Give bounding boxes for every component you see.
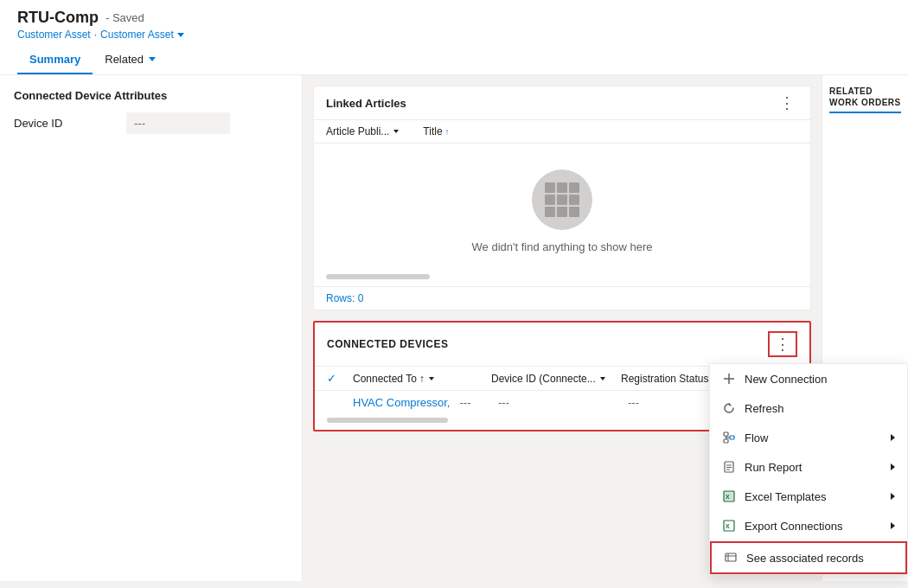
linked-articles-scrollbar[interactable]: [326, 274, 430, 279]
left-panel: Connected Device Attributes Device ID --…: [0, 75, 303, 581]
connected-to-col-header[interactable]: Connected To ↑: [348, 373, 486, 385]
top-header: RTU-Comp - Saved Customer Asset · Custom…: [0, 0, 908, 75]
breadcrumb-chevron-icon: [177, 33, 184, 37]
plus-icon: [722, 372, 736, 386]
cd-dash-2: ---: [491, 396, 516, 409]
empty-state: We didn't find anything to show here: [314, 144, 810, 271]
breadcrumb: Customer Asset · Customer Asset: [17, 29, 891, 41]
excel-templates-label: Excel Templates: [745, 490, 826, 503]
linked-articles-card: Linked Articles ⋮ Article Publi... Title…: [313, 86, 811, 310]
new-connection-label: New Connection: [745, 373, 827, 386]
menu-item-flow[interactable]: Flow: [710, 423, 907, 452]
hvac-compressor-link[interactable]: HVAC Compressor,: [353, 396, 450, 409]
menu-item-see-associated-records[interactable]: See associated records: [710, 541, 907, 574]
article-publi-sort-icon: [393, 130, 399, 133]
menu-item-excel-templates[interactable]: X Excel Templates: [710, 482, 907, 511]
flow-icon: [722, 431, 736, 444]
rows-label: Rows: 0: [314, 286, 810, 310]
see-associated-records-label: See associated records: [746, 552, 864, 565]
menu-item-run-report[interactable]: Run Report: [710, 452, 907, 482]
cd-dash-1: ---: [452, 396, 477, 409]
checkmark-icon: ✓: [327, 372, 336, 385]
linked-articles-title: Linked Articles: [326, 97, 406, 110]
svg-rect-2: [724, 432, 728, 436]
connected-devices-menu-button[interactable]: ⋮: [768, 331, 797, 357]
tabs-row: Summary Related: [17, 46, 891, 74]
connected-device-attributes-title: Connected Device Attributes: [14, 89, 288, 102]
related-chevron-icon: [149, 57, 156, 61]
cd-dash-3: ---: [621, 396, 646, 409]
saved-badge: - Saved: [106, 11, 144, 24]
svg-text:X: X: [726, 523, 730, 529]
tab-related[interactable]: Related: [93, 46, 168, 74]
connected-to-chevron-icon: [429, 377, 434, 380]
breadcrumb-label-1: Customer Asset: [17, 29, 91, 41]
connected-devices-header: CONNECTED DEVICES ⋮: [315, 323, 809, 367]
linked-articles-table-header: Article Publi... Title ↑: [314, 120, 810, 144]
device-id-label: Device ID: [14, 117, 126, 130]
device-id-field-row: Device ID ---: [14, 112, 288, 141]
title-col-header[interactable]: Title ↑: [423, 125, 449, 137]
report-icon: [722, 460, 736, 474]
flow-label: Flow: [745, 431, 768, 444]
export-connections-chevron-icon: [891, 522, 895, 529]
device-id-col-chevron-icon: [600, 377, 605, 380]
related-work-orders-title: RELATED WORK ORDERS: [829, 86, 901, 113]
device-id-value: ---: [126, 112, 230, 134]
record-title-row: RTU-Comp - Saved: [17, 9, 891, 27]
connected-to-sort-icon: ↑: [419, 373, 425, 385]
menu-item-export-connections[interactable]: X Export Connections: [710, 511, 907, 540]
associated-records-icon: [724, 551, 738, 565]
refresh-icon: [722, 401, 736, 415]
record-title: RTU-Comp: [17, 9, 99, 27]
flow-chevron-icon: [891, 434, 895, 441]
breadcrumb-label-2: Customer Asset: [100, 29, 174, 41]
empty-text: We didn't find anything to show here: [472, 240, 653, 253]
cd-check-col: ✓: [327, 372, 348, 385]
tab-summary[interactable]: Summary: [17, 46, 93, 74]
run-report-chevron-icon: [891, 463, 895, 470]
connected-devices-title: CONNECTED DEVICES: [327, 338, 449, 350]
svg-text:X: X: [726, 494, 730, 500]
title-sort-icon: ↑: [445, 127, 450, 137]
menu-item-new-connection[interactable]: New Connection: [710, 364, 907, 393]
export-connections-label: Export Connections: [745, 520, 842, 533]
excel-templates-chevron-icon: [891, 493, 895, 500]
svg-rect-16: [726, 553, 736, 561]
connected-devices-scrollbar[interactable]: [327, 418, 448, 423]
svg-rect-4: [730, 436, 734, 439]
dropdown-menu: New Connection Refresh: [709, 363, 908, 575]
svg-rect-3: [724, 439, 728, 443]
linked-articles-header: Linked Articles ⋮: [314, 86, 810, 120]
breadcrumb-separator: ·: [94, 29, 97, 41]
refresh-label: Refresh: [745, 402, 784, 415]
device-id-col-header[interactable]: Device ID (Connecte...: [486, 373, 616, 385]
breadcrumb-link-2[interactable]: Customer Asset: [100, 29, 184, 41]
article-publi-col-header[interactable]: Article Publi...: [326, 125, 399, 137]
linked-articles-menu-button[interactable]: ⋮: [776, 95, 798, 111]
excel-templates-icon: X: [722, 489, 736, 503]
menu-item-refresh[interactable]: Refresh: [710, 393, 907, 423]
grid-icon: [545, 182, 579, 217]
empty-icon: [532, 169, 592, 230]
run-report-label: Run Report: [745, 461, 802, 474]
export-connections-icon: X: [722, 519, 736, 533]
breadcrumb-link-1[interactable]: Customer Asset: [17, 29, 91, 41]
